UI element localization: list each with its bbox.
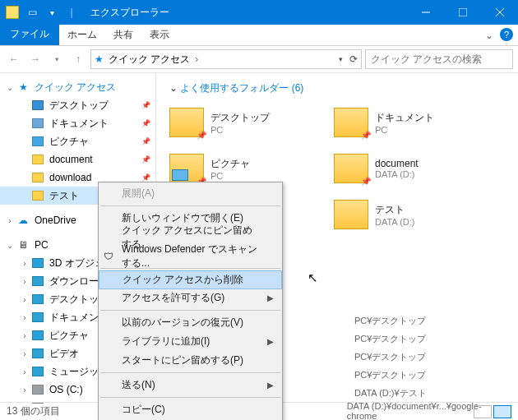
menu-item[interactable]: アクセスを許可する(G)▶ [99,288,282,307]
svg-rect-1 [459,8,467,16]
menu-item-label: Windows Defender でスキャンする... [122,242,259,270]
section-header[interactable]: ⌄ よく使用するフォルダー (6) [169,81,505,95]
back-button[interactable]: ← [5,53,23,65]
folder-icon [31,293,44,306]
tab-file[interactable]: ファイル [0,23,59,45]
folder-name: document [375,158,419,169]
folder-location: PC [375,125,434,135]
address-bar-row: ← → ▾ ↑ ★ クイック アクセス › ▾⟳ [0,46,518,73]
folder-item[interactable]: テストDATA (D:) [334,194,482,235]
search-input[interactable] [365,49,513,69]
folder-name: テスト [375,203,414,217]
refresh-icon[interactable]: ⟳ [349,53,358,65]
menu-item[interactable]: スタートにピン留めする(P) [99,351,282,370]
nav-item[interactable]: document📌 [0,150,155,168]
nav-item[interactable]: ドキュメント📌 [0,114,155,132]
qat-divider-icon: | [62,3,81,21]
folder-icon [31,329,44,342]
nav-item[interactable]: ピクチャ📌 [0,132,155,150]
menu-separator [100,397,280,398]
menu-item-label: コピー(C) [122,403,165,417]
folder-icon [31,365,44,378]
address-dropdown-icon[interactable]: ▾ [339,55,343,63]
menu-item-label: 展開(A) [122,187,155,201]
folder-icon [31,189,44,202]
up-button[interactable]: ↑ [69,53,87,65]
submenu-arrow-icon: ▶ [267,337,274,346]
folder-name: デスクトップ [210,111,270,125]
nav-item-label: テスト [49,189,79,203]
nav-item-label: ピクチャ [49,135,89,149]
view-details-button[interactable] [474,405,492,418]
menu-item-label: クイック アクセスから削除 [123,273,243,287]
nav-item-label: ドキュメント [49,117,109,131]
folder-icon [31,99,44,112]
menu-item[interactable]: コピー(C) [99,400,282,419]
recent-locations-icon[interactable]: ▾ [48,55,66,63]
pc-icon: 🖥 [16,238,30,252]
qat-new-folder-icon[interactable]: ▾ [43,3,61,21]
nav-item[interactable]: デスクトップ📌 [0,96,155,114]
nav-item-label: document [49,154,93,165]
folder-location: PC [210,125,270,135]
qat-properties-icon[interactable]: ▭ [23,3,41,21]
ribbon-collapse-icon[interactable]: ⌄ [485,30,493,41]
folder-icon [31,153,44,166]
folder-icon [31,171,44,184]
folder-icon [169,108,204,137]
window-title: エクスプローラー [90,6,407,20]
folder-item[interactable]: ドキュメントPC [334,102,482,143]
submenu-arrow-icon: ▶ [267,381,274,390]
titlebar: ▭ ▾ | エクスプローラー [0,0,518,25]
maximize-button[interactable] [444,0,481,25]
menu-item[interactable]: 展開(A) [99,184,282,203]
forward-button[interactable]: → [26,53,44,65]
menu-item[interactable]: 送る(N)▶ [99,376,282,395]
quick-access-icon: ★ [95,53,104,65]
folder-icon [31,135,44,148]
menu-item-label: ライブラリに追加(I) [122,335,210,348]
folder-name: ドキュメント [375,111,434,125]
menu-separator [100,205,280,206]
folder-icon [334,154,368,183]
menu-item[interactable]: 以前のバージョンの復元(V) [99,313,282,332]
folder-icon [31,311,44,324]
menu-item-label: 以前のバージョンの復元(V) [122,316,243,330]
view-icons-button[interactable] [493,405,511,418]
folder-location: DATA (D:) [375,169,419,179]
menu-item[interactable]: ライブラリに追加(I)▶ [99,332,282,351]
nav-item-label: download [49,172,91,183]
tab-view[interactable]: 表示 [141,25,178,45]
shield-icon: 🛡 [104,251,113,262]
folder-icon [334,108,368,137]
recent-location: PC¥デスクトップ [354,351,426,363]
cloud-icon: ☁ [16,214,30,227]
menu-item[interactable]: クイック アクセスから削除 [99,270,282,289]
help-icon[interactable]: ? [500,28,513,41]
menu-item-label: アクセスを許可する(G) [122,291,224,305]
menu-separator [100,372,280,373]
nav-item-label: デスクトップ [49,99,109,113]
nav-quick-access[interactable]: ⌄★クイック アクセス [0,78,155,96]
folder-icon [31,347,44,360]
folder-icon [31,256,44,270]
menu-item[interactable]: 🛡Windows Defender でスキャンする... [99,247,282,265]
nav-item-label: OS (C:) [49,384,83,395]
minimize-button[interactable] [407,0,444,25]
context-menu: 展開(A)新しいウィンドウで開く(E)クイック アクセスにピン留めする🛡Wind… [98,182,283,420]
breadcrumb-root[interactable]: クイック アクセス [109,53,190,67]
folder-location: PC [210,171,250,181]
folder-name: ピクチャ [210,157,250,171]
recent-location: PC¥デスクトップ [354,333,426,345]
tab-share[interactable]: 共有 [105,25,141,45]
tab-home[interactable]: ホーム [59,25,105,45]
folder-item[interactable]: documentDATA (D:) [334,148,482,189]
close-button[interactable] [481,0,518,25]
menu-item-label: 送る(N) [122,378,155,392]
folder-item[interactable]: デスクトップPC [169,102,317,143]
address-bar[interactable]: ★ クイック アクセス › ▾⟳ [90,49,362,69]
breadcrumb-sep[interactable]: › [195,53,198,65]
submenu-arrow-icon: ▶ [267,293,274,302]
folder-icon [31,275,44,288]
app-icon [3,3,21,21]
